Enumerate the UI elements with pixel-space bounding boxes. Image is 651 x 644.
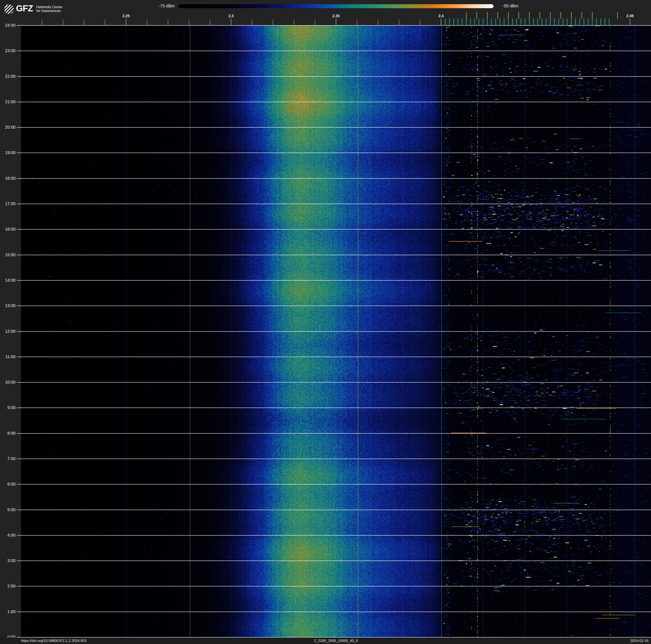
hour-label: 10:00	[0, 380, 16, 385]
hour-gridline	[17, 561, 651, 561]
hour-label: 7:00	[0, 456, 16, 461]
ble-channel-tick	[592, 19, 593, 25]
footer-bar: 2_2200_2500_10000_40_0 https://doi.org/1…	[0, 638, 651, 644]
ble-channel-tick	[521, 19, 521, 25]
hour-label: 5:00	[0, 507, 16, 512]
freq-tick-label: 2.49	[622, 14, 639, 18]
hour-gridline	[17, 204, 651, 204]
freq-tick	[630, 19, 630, 25]
ble-channel-tick	[454, 19, 454, 25]
page: GFZ Helmholtz Centre for Geosciences -75…	[0, 0, 651, 644]
org-name-line2: for Geosciences	[36, 9, 62, 13]
hour-gridline	[17, 408, 651, 408]
hour-gridline	[17, 229, 651, 230]
hour-gridline	[17, 612, 651, 612]
ble-channel-tick	[462, 19, 462, 25]
ble-channel-tick	[579, 19, 580, 25]
wifi-channel-tick	[582, 12, 582, 19]
measurement-id: 2_2200_2500_10000_40_0	[21, 639, 651, 643]
hour-label: 8:00	[0, 431, 16, 436]
freq-tick	[84, 19, 84, 25]
ble-channel-tick	[609, 19, 610, 25]
ble-channel-tick	[546, 19, 547, 25]
wifi-channel-tick	[466, 12, 467, 19]
wifi-channel-tick	[560, 12, 561, 19]
ble-channel-tick	[487, 19, 488, 25]
freq-tick	[378, 19, 378, 25]
ble-channel-tick	[558, 19, 559, 25]
ble-channel-tick	[478, 19, 479, 25]
wifi-channel-tick	[571, 12, 571, 19]
hour-label: 20:00	[0, 125, 16, 130]
hour-gridline	[17, 305, 651, 306]
freq-tick-label: 2.25	[118, 14, 134, 18]
freq-tick	[189, 19, 189, 25]
hour-gridline	[17, 127, 651, 127]
hour-gridline	[17, 153, 651, 153]
ble-channel-tick	[588, 19, 588, 25]
hour-label: 16:00	[0, 227, 16, 232]
hour-gridline	[17, 535, 651, 535]
doi-link[interactable]: https://doi.org/10.5880/GFZ.1.2.2024.003	[21, 639, 87, 643]
hour-label: 19:00	[0, 150, 16, 155]
hour-gridline	[17, 510, 651, 510]
hour-label: 13:00	[0, 303, 16, 308]
wifi-channel-tick	[529, 12, 530, 19]
hour-gridline	[17, 102, 651, 102]
logo-text: GFZ	[16, 4, 33, 12]
ble-channel-tick	[533, 19, 534, 25]
hour-gridline	[17, 178, 651, 179]
freq-tick	[336, 19, 336, 25]
hour-label: 3:00	[0, 558, 16, 563]
ble-channel-tick	[571, 19, 571, 25]
hour-label: 12:00	[0, 329, 16, 334]
hour-gridline	[17, 357, 651, 357]
freq-tick	[420, 19, 420, 25]
hour-gridline	[17, 280, 651, 281]
freq-tick	[294, 19, 294, 25]
wifi-channel-tick	[550, 12, 551, 19]
ble-channel-tick	[554, 19, 555, 25]
hour-label: 18:00	[0, 176, 16, 181]
ble-channel-tick	[550, 19, 551, 25]
hour-gridline	[17, 433, 651, 434]
wifi-channel-tick	[497, 12, 498, 19]
hour-label: 15:00	[0, 253, 16, 257]
freq-tick	[210, 19, 210, 25]
ble-channel-tick	[508, 19, 508, 25]
hour-label: 11:00	[0, 354, 16, 359]
wifi-channel-tick	[476, 12, 477, 19]
hour-label: 23:00	[0, 48, 16, 53]
ble-channel-tick	[512, 19, 513, 25]
ble-channel-tick	[604, 19, 605, 25]
ble-channel-tick	[525, 19, 525, 25]
org-name-line1: Helmholtz Centre	[36, 5, 62, 9]
ble-channel-tick	[474, 19, 475, 25]
hour-gridline	[17, 382, 651, 383]
ble-channel-tick	[575, 19, 576, 25]
hour-label: 4:00	[0, 533, 16, 538]
colorbar-min-label: -75 dBm	[136, 4, 175, 8]
colorbar-gradient	[179, 4, 494, 8]
hour-gridline	[17, 459, 651, 459]
ble-channel-tick	[458, 19, 458, 25]
freq-tick	[147, 19, 147, 25]
ble-channel-tick	[500, 19, 500, 25]
hour-label: 22:00	[0, 74, 16, 79]
wifi-channel-tick	[508, 12, 508, 19]
hour-label: 14:00	[0, 278, 16, 283]
hour-gridline	[17, 51, 651, 51]
wifi-channel-tick	[539, 12, 540, 19]
ble-channel-tick	[584, 19, 584, 25]
ble-channel-tick	[596, 19, 597, 25]
ble-channel-tick	[537, 19, 538, 25]
ble-channel-tick	[483, 19, 484, 25]
freq-tick	[315, 19, 315, 25]
freq-tick	[252, 19, 252, 25]
freq-tick	[105, 19, 105, 25]
ble-channel-tick	[491, 19, 492, 25]
freq-tick	[441, 19, 441, 25]
hour-label: 6:00	[0, 482, 16, 487]
hour-label: 2:00	[0, 584, 16, 588]
freq-tick	[399, 19, 399, 25]
